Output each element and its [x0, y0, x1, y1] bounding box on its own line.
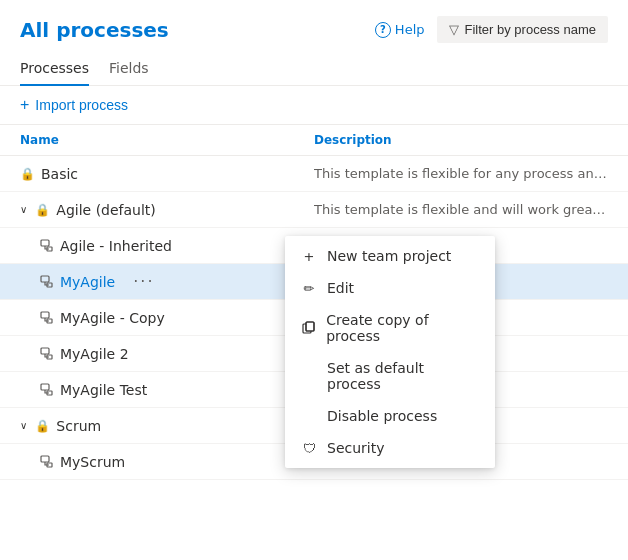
- menu-item-label: Set as default process: [327, 360, 479, 392]
- header-actions: ? Help ▽ Filter by process name: [375, 16, 608, 43]
- svg-rect-6: [41, 348, 49, 354]
- chevron-down-icon[interactable]: ∨: [20, 204, 27, 215]
- page-title: All processes: [20, 18, 169, 42]
- page-header: All processes ? Help ▽ Filter by process…: [0, 0, 628, 51]
- menu-item-create-copy[interactable]: Create copy of process: [285, 304, 495, 352]
- inherit-icon: [40, 275, 54, 289]
- tab-bar: Processes Fields: [0, 51, 628, 86]
- name-cell: 🔒 Basic: [20, 166, 314, 182]
- help-label: Help: [395, 22, 425, 37]
- table-row: 🔒 Basic This template is flexible for an…: [0, 156, 628, 192]
- name-cell: MyAgile Test: [20, 382, 314, 398]
- name-cell: MyAgile ···: [20, 272, 314, 291]
- toolbar: + Import process: [0, 86, 628, 125]
- shield-icon: 🛡: [301, 441, 317, 456]
- name-cell: ∨ 🔒 Agile (default): [20, 202, 314, 218]
- svg-rect-0: [41, 240, 49, 246]
- edit-icon: ✏: [301, 281, 317, 296]
- menu-item-new-team-project[interactable]: + New team project: [285, 240, 495, 272]
- menu-item-edit[interactable]: ✏ Edit: [285, 272, 495, 304]
- svg-rect-8: [41, 384, 49, 390]
- process-list: 🔒 Basic This template is flexible for an…: [0, 156, 628, 480]
- menu-item-label: Edit: [327, 280, 354, 296]
- chevron-down-icon[interactable]: ∨: [20, 420, 27, 431]
- menu-item-label: Create copy of process: [326, 312, 479, 344]
- filter-button[interactable]: ▽ Filter by process name: [437, 16, 609, 43]
- inherit-icon: [40, 311, 54, 325]
- process-name: Scrum: [56, 418, 101, 434]
- lock-icon: 🔒: [35, 203, 50, 217]
- tab-fields[interactable]: Fields: [109, 52, 149, 86]
- tab-processes[interactable]: Processes: [20, 52, 89, 86]
- menu-item-label: Disable process: [327, 408, 437, 424]
- import-label: Import process: [35, 97, 128, 113]
- help-icon: ?: [375, 22, 391, 38]
- menu-item-set-default[interactable]: Set as default process: [285, 352, 495, 400]
- description-cell: This template is flexible and will work …: [314, 202, 608, 217]
- plus-icon: +: [20, 96, 29, 114]
- process-name-link[interactable]: MyAgile: [60, 274, 115, 290]
- ellipsis-button[interactable]: ···: [129, 272, 158, 291]
- menu-item-label: Security: [327, 440, 385, 456]
- plus-icon: +: [301, 249, 317, 264]
- process-name: MyScrum: [60, 454, 125, 470]
- inherit-icon: [40, 383, 54, 397]
- table-row: ∨ 🔒 Agile (default) This template is fle…: [0, 192, 628, 228]
- process-name: MyAgile 2: [60, 346, 129, 362]
- name-cell: MyAgile - Copy: [20, 310, 314, 326]
- process-name: MyAgile Test: [60, 382, 147, 398]
- menu-item-label: New team project: [327, 248, 451, 264]
- svg-rect-4: [41, 312, 49, 318]
- process-name: Basic: [41, 166, 78, 182]
- description-cell: This template is flexible for any proces…: [314, 166, 608, 181]
- col-desc-header: Description: [314, 133, 608, 147]
- name-cell: MyAgile 2: [20, 346, 314, 362]
- inherit-icon: [40, 347, 54, 361]
- process-name: Agile (default): [56, 202, 156, 218]
- col-name-header: Name: [20, 133, 314, 147]
- name-cell: ∨ 🔒 Scrum: [20, 418, 314, 434]
- inherit-icon: [40, 455, 54, 469]
- import-button[interactable]: + Import process: [20, 96, 128, 114]
- copy-icon: [301, 321, 316, 335]
- menu-item-disable[interactable]: Disable process: [285, 400, 495, 432]
- process-name: Agile - Inherited: [60, 238, 172, 254]
- name-cell: Agile - Inherited: [20, 238, 314, 254]
- lock-icon: 🔒: [20, 167, 35, 181]
- help-button[interactable]: ? Help: [375, 22, 425, 38]
- inherit-icon: [40, 239, 54, 253]
- filter-icon: ▽: [449, 22, 459, 37]
- table-header: Name Description: [0, 125, 628, 156]
- process-name: MyAgile - Copy: [60, 310, 165, 326]
- menu-item-security[interactable]: 🛡 Security: [285, 432, 495, 464]
- svg-rect-10: [41, 456, 49, 462]
- filter-label: Filter by process name: [465, 22, 597, 37]
- lock-icon: 🔒: [35, 419, 50, 433]
- svg-rect-13: [306, 322, 314, 331]
- context-menu: + New team project ✏ Edit Create copy of…: [285, 236, 495, 468]
- name-cell: MyScrum: [20, 454, 314, 470]
- svg-rect-2: [41, 276, 49, 282]
